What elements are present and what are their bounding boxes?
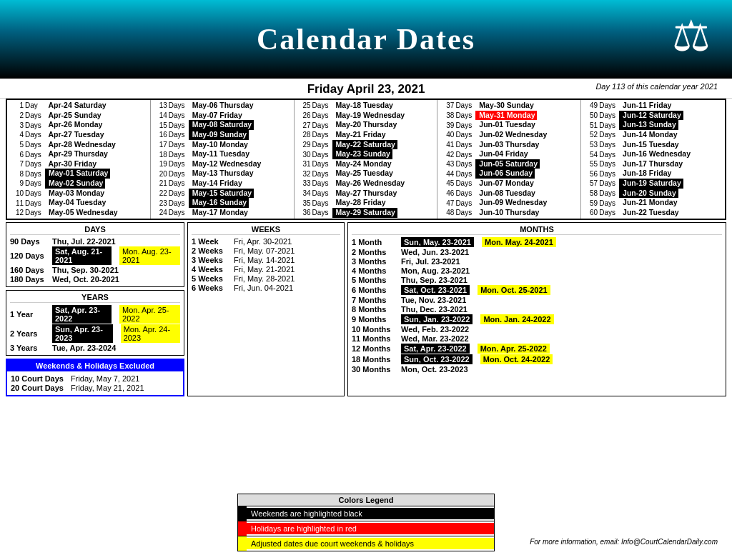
entry-label: Days bbox=[167, 140, 189, 149]
entry-label: Days bbox=[24, 179, 45, 188]
entry-date: Jun-07 Monday bbox=[475, 179, 535, 189]
cal-column-5: 49Days Jun-11 Friday 50Days Jun-12 Satur… bbox=[581, 100, 725, 219]
table-row: 32Days May-25 Tuesday bbox=[297, 169, 435, 179]
date-bar: Friday April 23, 2021 Day 113 of this ca… bbox=[0, 79, 732, 99]
months-date: Sun, Oct. 23-2022 bbox=[401, 354, 473, 364]
months-date: Wed, Mar. 23-2022 bbox=[401, 334, 469, 343]
entry-label: Days bbox=[454, 199, 475, 208]
entry-date: May-15 Saturday bbox=[189, 189, 254, 199]
entry-label: Days bbox=[454, 169, 475, 179]
years-section: YEARS 1 YearSat, Apr. 23-2022 Mon. Apr. … bbox=[6, 290, 184, 356]
entry-num: 18 bbox=[153, 150, 167, 159]
table-row: 21Days May-14 Friday bbox=[153, 179, 292, 189]
entry-date: Jun-17 Thursday bbox=[619, 159, 685, 169]
table-row: 34Days May-27 Thursday bbox=[297, 189, 435, 199]
entry-label: Days bbox=[454, 150, 475, 159]
legend-item: Holidays are highlighted in red bbox=[237, 521, 495, 536]
months-num: 3 Months bbox=[352, 257, 398, 266]
months-num: 5 Months bbox=[352, 276, 398, 284]
entry-num: 9 bbox=[9, 179, 24, 188]
table-row: 58Days Jun-20 Sunday bbox=[583, 189, 723, 199]
entry-num: 55 bbox=[583, 159, 598, 169]
entry-label: Days bbox=[454, 208, 475, 217]
years-adj: Mon. Apr. 24-2023 bbox=[121, 324, 180, 343]
entry-label: Days bbox=[311, 169, 332, 179]
months-date: Sat, Apr. 23-2022 bbox=[401, 344, 470, 354]
entry-date: May-22 Saturday bbox=[332, 140, 397, 150]
list-item: 3 WeeksFri, May. 14-2021 bbox=[192, 256, 340, 264]
legend-text: Holidays are highlighted in red bbox=[247, 523, 494, 534]
current-date: Friday April 23, 2021 bbox=[307, 82, 425, 96]
list-item: 5 MonthsThu, Sep. 23-2021 bbox=[352, 276, 722, 284]
entry-date: May-08 Saturday bbox=[189, 120, 254, 130]
entry-label: Days bbox=[311, 140, 332, 149]
court-rows: 10 Court DaysFriday, May 7, 202120 Court… bbox=[11, 374, 179, 392]
entry-num: 11 bbox=[9, 199, 24, 208]
middle-column: WEEKS 1 WeekFri, Apr. 30-20212 WeeksFri,… bbox=[187, 222, 345, 396]
entry-label: Days bbox=[167, 130, 189, 139]
table-row: 33Days May-26 Wednesday bbox=[297, 179, 435, 189]
entry-num: 40 bbox=[440, 130, 454, 139]
weeks-section: WEEKS 1 WeekFri, Apr. 30-20212 WeeksFri,… bbox=[187, 222, 345, 396]
entry-num: 27 bbox=[297, 121, 311, 130]
months-date: Wed, Jun. 23-2021 bbox=[401, 248, 469, 256]
entry-num: 24 bbox=[153, 208, 167, 217]
list-item: 2 MonthsWed, Jun. 23-2021 bbox=[352, 248, 722, 256]
entry-num: 8 bbox=[9, 169, 24, 179]
table-row: 22Days May-15 Saturday bbox=[153, 189, 292, 199]
months-num: 12 Months bbox=[352, 344, 398, 353]
list-item: 3 MonthsFri, Jul. 23-2021 bbox=[352, 257, 722, 266]
years-date: Tue, Apr. 23-2024 bbox=[52, 344, 116, 352]
entry-date: Jun-20 Sunday bbox=[619, 189, 678, 199]
months-date: Tue, Nov. 23-2021 bbox=[401, 296, 466, 304]
entry-label: Days bbox=[167, 199, 189, 208]
list-item: 1 WeekFri, Apr. 30-2021 bbox=[192, 237, 340, 246]
entry-label: Days bbox=[24, 140, 45, 149]
entry-date: May-27 Thursday bbox=[332, 189, 400, 199]
entry-num: 13 bbox=[153, 101, 167, 110]
list-item: 1 YearSat, Apr. 23-2022 Mon. Apr. 25-202… bbox=[10, 305, 180, 324]
weeks-date: Fri, May. 07-2021 bbox=[234, 246, 295, 255]
entry-date: May-10 Monday bbox=[189, 140, 250, 150]
entry-label: Days bbox=[454, 130, 475, 139]
table-row: 59Days Jun-21 Monday bbox=[583, 198, 723, 208]
entry-num: 39 bbox=[440, 121, 454, 130]
entry-date: Jun-10 Thursday bbox=[475, 208, 541, 218]
list-item: 1 MonthSun, May. 23-2021 Mon. May. 24-20… bbox=[352, 237, 722, 247]
table-row: 3Days Apr-26 Monday bbox=[9, 120, 148, 130]
list-item: 5 WeeksFri, May. 28-2021 bbox=[192, 274, 340, 283]
entry-date: Jun-02 Wednesday bbox=[475, 130, 549, 140]
entry-label: Days bbox=[24, 121, 45, 130]
entry-num: 16 bbox=[153, 130, 167, 139]
entry-num: 15 bbox=[153, 121, 167, 130]
table-row: 30Days May-23 Sunday bbox=[297, 149, 435, 159]
table-row: 5Days Apr-28 Wednesday bbox=[9, 140, 148, 150]
entry-num: 43 bbox=[440, 159, 454, 169]
entry-date: Apr-25 Sunday bbox=[45, 111, 104, 121]
weeks-date: Fri, May. 21-2021 bbox=[234, 265, 295, 274]
entry-num: 59 bbox=[583, 199, 598, 208]
table-row: 56Days Jun-18 Friday bbox=[583, 169, 723, 179]
entry-date: Jun-22 Tuesday bbox=[619, 208, 681, 218]
table-row: 14Days May-07 Friday bbox=[153, 111, 292, 121]
entry-num: 60 bbox=[583, 208, 598, 217]
days-rows: 90 DaysThu, Jul. 22-2021120 DaysSat, Aug… bbox=[10, 237, 180, 284]
weeks-num: 5 Weeks bbox=[192, 274, 231, 283]
entry-num: 7 bbox=[9, 159, 24, 169]
legend-text: Weekends are highlighted black bbox=[247, 508, 494, 519]
months-num: 11 Months bbox=[352, 334, 398, 343]
list-item: 2 WeeksFri, May. 07-2021 bbox=[192, 246, 340, 255]
table-row: 40Days Jun-02 Wednesday bbox=[440, 130, 578, 140]
list-item: 10 Court DaysFriday, May 7, 2021 bbox=[11, 374, 179, 383]
table-row: 24Days May-17 Monday bbox=[153, 208, 292, 218]
entry-num: 14 bbox=[153, 111, 167, 120]
entry-date: May-07 Friday bbox=[189, 111, 244, 121]
months-date: Mon, Oct. 23-2023 bbox=[401, 365, 468, 374]
legend-area: Colors Legend Weekends are highlighted b… bbox=[237, 494, 495, 551]
entry-label: Days bbox=[598, 189, 619, 198]
entry-date: May-26 Wednesday bbox=[332, 179, 407, 189]
months-date: Wed, Feb. 23-2022 bbox=[401, 325, 469, 334]
entry-num: 23 bbox=[153, 199, 167, 208]
entry-label: Days bbox=[167, 179, 189, 188]
entry-label: Days bbox=[24, 189, 45, 198]
